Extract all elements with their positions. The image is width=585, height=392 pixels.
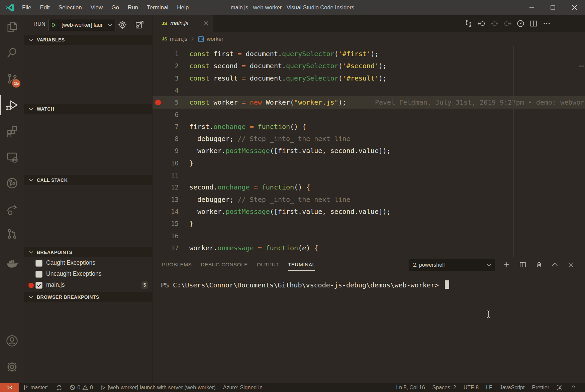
- remote-explorer-icon[interactable]: [0, 148, 24, 166]
- line-number[interactable]: 15: [153, 218, 179, 230]
- tab-main-js[interactable]: JS main.js: [153, 15, 213, 32]
- split-terminal-icon[interactable]: [519, 261, 526, 268]
- menu-help[interactable]: Help: [173, 0, 193, 15]
- close-panel-icon[interactable]: [567, 261, 575, 268]
- tab-close-icon[interactable]: [203, 21, 209, 26]
- maximize-button[interactable]: [542, 0, 564, 15]
- feedback-icon[interactable]: [553, 383, 567, 392]
- kill-terminal-icon[interactable]: [535, 261, 543, 268]
- checkbox-unchecked[interactable]: [35, 271, 42, 278]
- line-number[interactable]: 4: [153, 84, 179, 97]
- remote-indicator[interactable]: [0, 383, 19, 392]
- start-debug-button[interactable]: [49, 19, 58, 31]
- language-status[interactable]: JavaScript: [496, 383, 528, 392]
- terminal-content[interactable]: PS C:\Users\Connor\Documents\Github\vsco…: [161, 280, 449, 289]
- github-pr-icon[interactable]: [0, 225, 24, 243]
- cursor-position-status[interactable]: Ln 5, Col 16: [392, 383, 428, 392]
- new-terminal-icon[interactable]: [503, 261, 510, 268]
- menu-go[interactable]: Go: [107, 0, 123, 15]
- menu-view[interactable]: View: [86, 0, 107, 15]
- breakpoint-item-main-js[interactable]: main.js5: [24, 280, 153, 291]
- settings-gear-icon[interactable]: [0, 358, 24, 376]
- menu-file[interactable]: File: [18, 0, 35, 15]
- section-call-stack[interactable]: CALL STACK: [24, 175, 153, 185]
- profile-icon[interactable]: [516, 19, 525, 28]
- open-launch-config-icon[interactable]: [134, 20, 144, 30]
- line-number[interactable]: 11: [153, 169, 179, 181]
- breadcrumb-symbol[interactable]: worker: [207, 36, 223, 42]
- editor-actions: [464, 15, 585, 32]
- debug-settings-gear-icon[interactable]: [117, 20, 127, 30]
- accounts-icon[interactable]: [0, 332, 24, 350]
- line-number[interactable]: 9: [153, 145, 179, 157]
- line-number[interactable]: 14: [153, 206, 179, 218]
- azure-status[interactable]: Azure: Signed In: [219, 383, 266, 392]
- scm-badge: 15: [12, 79, 20, 88]
- step-back-icon[interactable]: [477, 19, 486, 28]
- line-number[interactable]: 3: [153, 72, 179, 85]
- line-number[interactable]: 2: [153, 60, 179, 72]
- live-share-icon[interactable]: [0, 201, 24, 219]
- code-editor[interactable]: Pavel Feldman, July 31st, 2019 9:27pm • …: [153, 46, 585, 257]
- section-breakpoints[interactable]: BREAKPOINTS: [24, 247, 153, 257]
- sync-status[interactable]: [53, 383, 66, 392]
- line-number[interactable]: 1: [153, 48, 179, 60]
- maximize-panel-icon[interactable]: [551, 261, 559, 268]
- timeline-icon[interactable]: [0, 174, 24, 192]
- panel-tab-output[interactable]: OUTPUT: [257, 257, 279, 272]
- indent-guide: [190, 193, 190, 218]
- explorer-icon[interactable]: [0, 17, 24, 36]
- notifications-bell-icon[interactable]: [567, 383, 580, 392]
- search-icon[interactable]: [0, 43, 24, 62]
- section-browser-breakpoints[interactable]: BROWSER BREAKPOINTS: [24, 292, 153, 302]
- step-forward-icon[interactable]: [503, 19, 512, 28]
- menu-run[interactable]: Run: [123, 0, 142, 15]
- line-number[interactable]: 12: [153, 181, 179, 193]
- line-number[interactable]: 7: [153, 121, 179, 133]
- eol-status[interactable]: LF: [482, 383, 496, 392]
- line-number[interactable]: 10: [153, 157, 179, 169]
- checkbox-unchecked[interactable]: [35, 260, 42, 267]
- launch-config-select[interactable]: [web-worker] laur: [58, 19, 115, 31]
- line-number[interactable]: 17: [153, 242, 179, 254]
- step-pause-icon[interactable]: [490, 19, 499, 28]
- code-line-5: 5const worker = new Worker("worker.js");: [153, 96, 585, 109]
- menu-terminal[interactable]: Terminal: [142, 0, 173, 15]
- code-line-1: 1const first = document.querySelector('#…: [153, 48, 585, 60]
- section-variables[interactable]: VARIABLES: [24, 35, 153, 45]
- open-changes-icon[interactable]: [464, 19, 473, 28]
- split-editor-icon[interactable]: [529, 19, 538, 28]
- breadcrumb-file[interactable]: main.js: [170, 36, 187, 42]
- breakpoint-dot[interactable]: [155, 100, 161, 105]
- panel-tab-terminal[interactable]: TERMINAL: [288, 257, 315, 272]
- encoding-status[interactable]: UTF-8: [460, 383, 482, 392]
- more-actions-icon[interactable]: [542, 19, 551, 28]
- scrollbar-thumb[interactable]: [579, 66, 584, 67]
- menu-edit[interactable]: Edit: [35, 0, 54, 15]
- line-number[interactable]: 6: [153, 109, 179, 121]
- panel-tab-problems[interactable]: PROBLEMS: [162, 257, 192, 272]
- run-debug-icon[interactable]: [0, 96, 24, 115]
- extensions-icon[interactable]: [0, 122, 24, 140]
- git-branch-status[interactable]: master*: [19, 383, 53, 392]
- breakpoint-item-uncaught-exceptions[interactable]: Uncaught Exceptions: [24, 269, 153, 280]
- line-number[interactable]: 18: [153, 254, 179, 257]
- formatter-status[interactable]: Prettier: [528, 383, 553, 392]
- section-watch[interactable]: WATCH: [24, 104, 153, 114]
- close-button[interactable]: [564, 0, 585, 15]
- launch-status[interactable]: [web-worker] launch with server (web-wor…: [97, 383, 219, 392]
- menu-selection[interactable]: Selection: [54, 0, 86, 15]
- minimize-button[interactable]: [521, 0, 542, 15]
- source-control-icon[interactable]: 15: [0, 70, 24, 88]
- line-number[interactable]: 13: [153, 193, 179, 206]
- problems-status[interactable]: 0 0: [66, 383, 97, 392]
- terminal-shell-select[interactable]: 2: powershell: [409, 259, 495, 271]
- line-number[interactable]: 8: [153, 133, 179, 145]
- checkbox-checked[interactable]: [35, 282, 42, 289]
- line-number[interactable]: 16: [153, 230, 179, 242]
- breakpoint-item-caught-exceptions[interactable]: Caught Exceptions: [24, 258, 153, 269]
- panel-tab-debug-console[interactable]: DEBUG CONSOLE: [201, 257, 248, 272]
- indentation-status[interactable]: Spaces: 2: [429, 383, 460, 392]
- docker-icon[interactable]: [0, 253, 24, 272]
- code-line-3: 3const result = document.querySelector('…: [153, 72, 585, 85]
